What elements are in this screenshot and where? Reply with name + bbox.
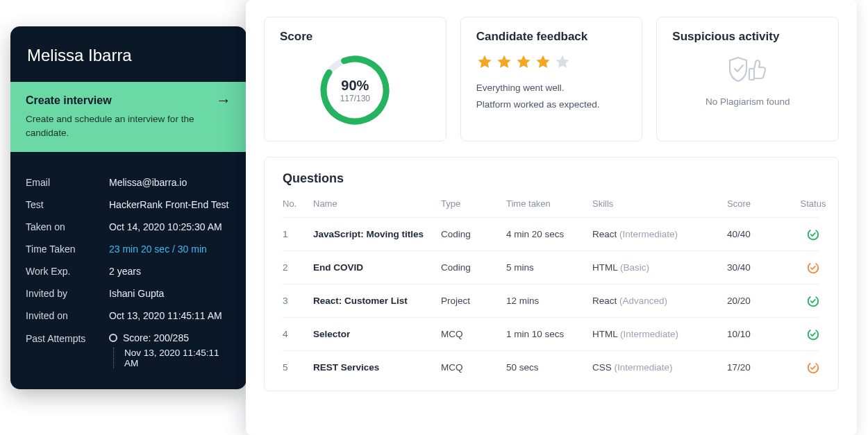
invited-by-label: Invited by [26, 288, 109, 299]
timeline-dot-icon [109, 334, 117, 342]
cell-no: 1 [283, 229, 310, 239]
cell-score: 30/40 [727, 262, 790, 273]
questions-card: Questions No. Name Type Time taken Skill… [264, 157, 839, 391]
cell-status [792, 328, 834, 341]
cell-type: Coding [441, 229, 503, 239]
questions-header-row: No. Name Type Time taken Skills Score St… [283, 198, 820, 217]
cell-time: 5 mins [506, 262, 590, 273]
feedback-title: Candidate feedback [476, 30, 627, 44]
cell-skills: HTML (Basic) [592, 262, 724, 273]
col-name: Name [313, 198, 438, 209]
cell-name: Selector [313, 329, 438, 339]
suspicious-card: Suspicious activity No Plagiarism found [656, 17, 839, 142]
cell-type: MCQ [441, 362, 503, 373]
table-row[interactable]: 5 REST Services MCQ 50 secs CSS (Interme… [283, 350, 820, 384]
cell-skills: React (Intermediate) [592, 229, 724, 239]
create-interview-card[interactable]: Create interview → Create and schedule a… [10, 82, 247, 152]
invited-by-value: Ishani Gupta [109, 288, 164, 299]
cell-name: React: Customer List [313, 296, 438, 306]
score-percent: 90% [341, 78, 369, 94]
cell-type: MCQ [441, 329, 503, 339]
star-filled-icon [515, 53, 532, 70]
candidate-name: Melissa Ibarra [10, 26, 247, 82]
cell-skills: React (Advanced) [592, 296, 724, 306]
taken-on-label: Taken on [26, 221, 109, 232]
star-filled-icon [496, 53, 512, 70]
cell-type: Project [441, 296, 503, 306]
cell-score: 10/10 [727, 329, 790, 339]
cell-name: JavaScript: Moving titles [313, 229, 438, 239]
test-label: Test [26, 199, 109, 210]
past-attempt-date: Nov 13, 2020 11:45:11 AM [113, 348, 231, 368]
partial-circle-icon [807, 262, 819, 274]
table-row[interactable]: 3 React: Customer List Project 12 mins R… [283, 284, 820, 317]
star-filled-icon [535, 53, 551, 70]
score-donut: 90% 117/130 [318, 53, 392, 127]
candidate-sidebar: Melissa Ibarra Create interview → Create… [10, 26, 247, 389]
work-exp-label: Work Exp. [26, 266, 109, 277]
arrow-right-icon: → [216, 93, 231, 108]
cell-skills: CSS (Intermediate) [592, 362, 724, 373]
col-score: Score [727, 198, 790, 209]
suspicious-title: Suspicious activity [672, 30, 823, 44]
past-attempts-value: Score: 200/285 Nov 13, 2020 11:45:11 AM [109, 332, 231, 368]
table-row[interactable]: 2 End COVID Coding 5 mins HTML (Basic) 3… [283, 250, 820, 284]
svg-rect-2 [749, 69, 754, 80]
feedback-stars [476, 53, 627, 70]
cell-skills: HTML (Intermediate) [592, 329, 724, 339]
candidate-details: Email Melissa@ibarra.io Test HackerRank … [10, 152, 247, 382]
email-value: Melissa@ibarra.io [109, 177, 187, 188]
invited-on-value: Oct 13, 2020 11:45:11 AM [109, 310, 222, 321]
taken-on-value: Oct 14, 2020 10:25:30 AM [109, 221, 222, 232]
questions-title: Questions [283, 171, 820, 186]
star-empty-icon [554, 53, 571, 70]
cell-type: Coding [441, 262, 503, 273]
star-filled-icon [476, 53, 493, 70]
feedback-card: Candidate feedback Everything went well.… [460, 17, 643, 142]
score-title: Score [280, 30, 431, 44]
feedback-line-1: Everything went well. [476, 80, 627, 96]
cell-name: REST Services [313, 362, 438, 373]
work-exp-value: 2 years [109, 266, 141, 277]
suspicious-text: No Plagiarism found [706, 96, 790, 107]
col-no: No. [283, 198, 310, 209]
cell-status [792, 361, 834, 374]
check-circle-icon [807, 228, 819, 241]
email-label: Email [26, 177, 109, 188]
create-interview-description: Create and schedule an interview for the… [26, 112, 206, 139]
col-status: Status [792, 198, 834, 209]
main-panel: Score 90% 117/130 Candidate feedback [246, 0, 857, 435]
invited-on-label: Invited on [26, 310, 109, 321]
time-taken-value: 23 min 20 sec / 30 min [109, 244, 207, 255]
cell-status [792, 262, 834, 274]
cell-score: 40/40 [727, 229, 790, 239]
test-value: HackerRank Front-End Test [109, 199, 228, 210]
score-fraction: 117/130 [340, 94, 370, 103]
cell-status [792, 295, 834, 307]
partial-circle-icon [807, 361, 819, 374]
cell-no: 3 [283, 296, 310, 306]
cell-time: 1 min 10 secs [506, 329, 590, 339]
cell-time: 12 mins [506, 296, 590, 306]
cell-time: 4 min 20 secs [506, 229, 590, 239]
cell-time: 50 secs [506, 362, 590, 373]
check-circle-icon [807, 328, 819, 341]
past-attempts-label: Past Attempts [26, 333, 109, 344]
cell-status [792, 228, 834, 241]
cell-no: 4 [283, 329, 310, 339]
col-skills: Skills [592, 198, 724, 209]
cell-score: 20/20 [727, 296, 790, 306]
score-card: Score 90% 117/130 [264, 17, 446, 142]
col-time: Time taken [506, 198, 590, 209]
check-circle-icon [807, 295, 819, 307]
feedback-line-2: Platform worked as expected. [476, 96, 627, 113]
past-attempt-score: Score: 200/285 [123, 332, 189, 343]
shield-thumbsup-icon [726, 53, 770, 87]
cell-no: 5 [283, 362, 310, 373]
table-row[interactable]: 4 Selector MCQ 1 min 10 secs HTML (Inter… [283, 317, 820, 350]
cell-no: 2 [283, 262, 310, 273]
create-interview-title: Create interview [26, 94, 112, 107]
cell-score: 17/20 [727, 362, 790, 373]
table-row[interactable]: 1 JavaScript: Moving titles Coding 4 min… [283, 217, 820, 250]
col-type: Type [441, 198, 503, 209]
